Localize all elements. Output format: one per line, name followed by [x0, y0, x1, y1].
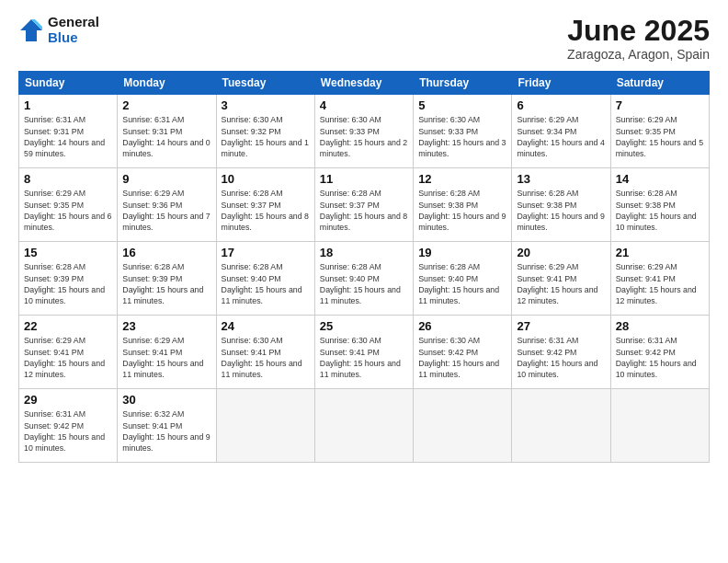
- calendar-table: Sunday Monday Tuesday Wednesday Thursday…: [18, 71, 710, 463]
- calendar-cell: 8 Sunrise: 6:29 AMSunset: 9:35 PMDayligh…: [19, 168, 118, 242]
- logo-blue: Blue: [48, 30, 99, 46]
- day-number: 25: [320, 319, 408, 333]
- calendar-week-row: 29 Sunrise: 6:31 AMSunset: 9:42 PMDaylig…: [19, 389, 710, 463]
- calendar-cell: 19 Sunrise: 6:28 AMSunset: 9:40 PMDaylig…: [414, 242, 512, 316]
- calendar-week-row: 8 Sunrise: 6:29 AMSunset: 9:35 PMDayligh…: [19, 168, 710, 242]
- day-number: 6: [517, 98, 605, 112]
- calendar-cell: [610, 389, 709, 463]
- day-info: Sunrise: 6:29 AMSunset: 9:41 PMDaylight:…: [517, 262, 597, 305]
- calendar-cell: 30 Sunrise: 6:32 AMSunset: 9:41 PMDaylig…: [118, 389, 216, 463]
- calendar-cell: 20 Sunrise: 6:29 AMSunset: 9:41 PMDaylig…: [512, 242, 610, 316]
- day-info: Sunrise: 6:29 AMSunset: 9:41 PMDaylight:…: [616, 262, 697, 305]
- day-info: Sunrise: 6:30 AMSunset: 9:33 PMDaylight:…: [320, 115, 407, 158]
- day-info: Sunrise: 6:31 AMSunset: 9:42 PMDaylight:…: [517, 336, 597, 379]
- logo-text: General Blue: [48, 15, 99, 45]
- calendar-cell: 16 Sunrise: 6:28 AMSunset: 9:39 PMDaylig…: [118, 242, 216, 316]
- day-number: 2: [122, 98, 210, 112]
- col-sunday: Sunday: [19, 72, 118, 95]
- day-info: Sunrise: 6:30 AMSunset: 9:41 PMDaylight:…: [320, 336, 401, 379]
- calendar-week-row: 15 Sunrise: 6:28 AMSunset: 9:39 PMDaylig…: [19, 242, 710, 316]
- day-number: 8: [24, 172, 112, 186]
- day-number: 15: [24, 246, 112, 259]
- calendar-cell: 15 Sunrise: 6:28 AMSunset: 9:39 PMDaylig…: [19, 242, 118, 316]
- day-info: Sunrise: 6:29 AMSunset: 9:41 PMDaylight:…: [122, 336, 203, 379]
- day-info: Sunrise: 6:31 AMSunset: 9:42 PMDaylight:…: [24, 409, 105, 453]
- day-info: Sunrise: 6:28 AMSunset: 9:39 PMDaylight:…: [122, 262, 203, 305]
- day-number: 1: [24, 98, 112, 112]
- col-wednesday: Wednesday: [314, 72, 413, 95]
- day-number: 18: [320, 246, 408, 259]
- day-info: Sunrise: 6:30 AMSunset: 9:41 PMDaylight:…: [222, 336, 302, 379]
- day-number: 26: [418, 319, 506, 333]
- day-info: Sunrise: 6:29 AMSunset: 9:41 PMDaylight:…: [24, 336, 105, 379]
- day-info: Sunrise: 6:28 AMSunset: 9:38 PMDaylight:…: [517, 189, 604, 232]
- day-number: 4: [320, 98, 408, 112]
- calendar-cell: 18 Sunrise: 6:28 AMSunset: 9:40 PMDaylig…: [314, 242, 413, 316]
- day-info: Sunrise: 6:28 AMSunset: 9:40 PMDaylight:…: [320, 262, 401, 305]
- day-number: 30: [122, 393, 210, 407]
- calendar-header-row: Sunday Monday Tuesday Wednesday Thursday…: [19, 72, 710, 95]
- calendar-cell: 4 Sunrise: 6:30 AMSunset: 9:33 PMDayligh…: [314, 95, 413, 168]
- col-saturday: Saturday: [610, 72, 709, 95]
- calendar-cell: 22 Sunrise: 6:29 AMSunset: 9:41 PMDaylig…: [19, 316, 118, 389]
- header: General Blue June 2025 Zaragoza, Aragon,…: [18, 15, 710, 62]
- day-info: Sunrise: 6:28 AMSunset: 9:40 PMDaylight:…: [222, 262, 302, 305]
- day-info: Sunrise: 6:32 AMSunset: 9:41 PMDaylight:…: [122, 409, 210, 453]
- calendar-cell: 17 Sunrise: 6:28 AMSunset: 9:40 PMDaylig…: [216, 242, 314, 316]
- day-number: 7: [616, 98, 704, 112]
- logo-icon: [18, 17, 44, 43]
- day-number: 27: [517, 319, 605, 333]
- day-info: Sunrise: 6:29 AMSunset: 9:36 PMDaylight:…: [122, 189, 210, 232]
- calendar-cell: 29 Sunrise: 6:31 AMSunset: 9:42 PMDaylig…: [19, 389, 118, 463]
- day-number: 3: [222, 98, 310, 112]
- day-number: 24: [222, 319, 310, 333]
- day-info: Sunrise: 6:31 AMSunset: 9:31 PMDaylight:…: [122, 115, 210, 158]
- col-monday: Monday: [118, 72, 216, 95]
- day-info: Sunrise: 6:29 AMSunset: 9:35 PMDaylight:…: [616, 115, 703, 158]
- day-number: 29: [24, 393, 112, 407]
- calendar-cell: 26 Sunrise: 6:30 AMSunset: 9:42 PMDaylig…: [414, 316, 512, 389]
- day-number: 19: [418, 246, 506, 259]
- col-thursday: Thursday: [414, 72, 512, 95]
- day-number: 13: [517, 172, 605, 186]
- calendar-cell: 10 Sunrise: 6:28 AMSunset: 9:37 PMDaylig…: [216, 168, 314, 242]
- day-number: 5: [418, 98, 506, 112]
- day-info: Sunrise: 6:28 AMSunset: 9:37 PMDaylight:…: [222, 189, 309, 232]
- day-info: Sunrise: 6:28 AMSunset: 9:38 PMDaylight:…: [616, 189, 697, 232]
- calendar-cell: 12 Sunrise: 6:28 AMSunset: 9:38 PMDaylig…: [414, 168, 512, 242]
- title-block: June 2025 Zaragoza, Aragon, Spain: [567, 15, 710, 62]
- day-number: 28: [616, 319, 704, 333]
- col-friday: Friday: [512, 72, 610, 95]
- calendar-cell: 5 Sunrise: 6:30 AMSunset: 9:33 PMDayligh…: [414, 95, 512, 168]
- day-info: Sunrise: 6:28 AMSunset: 9:39 PMDaylight:…: [24, 262, 105, 305]
- day-info: Sunrise: 6:28 AMSunset: 9:40 PMDaylight:…: [418, 262, 499, 305]
- day-number: 11: [320, 172, 408, 186]
- day-info: Sunrise: 6:30 AMSunset: 9:33 PMDaylight:…: [418, 115, 506, 158]
- day-info: Sunrise: 6:28 AMSunset: 9:37 PMDaylight:…: [320, 189, 407, 232]
- calendar-cell: 1 Sunrise: 6:31 AMSunset: 9:31 PMDayligh…: [19, 95, 118, 168]
- day-info: Sunrise: 6:29 AMSunset: 9:34 PMDaylight:…: [517, 115, 604, 158]
- day-number: 14: [616, 172, 704, 186]
- calendar-cell: 7 Sunrise: 6:29 AMSunset: 9:35 PMDayligh…: [610, 95, 709, 168]
- calendar-cell: 27 Sunrise: 6:31 AMSunset: 9:42 PMDaylig…: [512, 316, 610, 389]
- calendar-cell: [512, 389, 610, 463]
- logo-general: General: [48, 15, 99, 30]
- day-number: 10: [222, 172, 310, 186]
- day-number: 22: [24, 319, 112, 333]
- location: Zaragoza, Aragon, Spain: [567, 47, 710, 62]
- calendar-cell: 3 Sunrise: 6:30 AMSunset: 9:32 PMDayligh…: [216, 95, 314, 168]
- day-number: 9: [122, 172, 210, 186]
- logo: General Blue: [18, 15, 99, 45]
- svg-marker-0: [20, 19, 42, 41]
- calendar-cell: 25 Sunrise: 6:30 AMSunset: 9:41 PMDaylig…: [314, 316, 413, 389]
- month-title: June 2025: [567, 15, 710, 47]
- day-number: 21: [616, 246, 704, 259]
- calendar-week-row: 1 Sunrise: 6:31 AMSunset: 9:31 PMDayligh…: [19, 95, 710, 168]
- day-info: Sunrise: 6:31 AMSunset: 9:31 PMDaylight:…: [24, 115, 105, 158]
- page: General Blue June 2025 Zaragoza, Aragon,…: [0, 0, 728, 563]
- calendar-cell: [314, 389, 413, 463]
- day-info: Sunrise: 6:30 AMSunset: 9:32 PMDaylight:…: [222, 115, 309, 158]
- calendar-cell: 28 Sunrise: 6:31 AMSunset: 9:42 PMDaylig…: [610, 316, 709, 389]
- calendar-week-row: 22 Sunrise: 6:29 AMSunset: 9:41 PMDaylig…: [19, 316, 710, 389]
- calendar-cell: 6 Sunrise: 6:29 AMSunset: 9:34 PMDayligh…: [512, 95, 610, 168]
